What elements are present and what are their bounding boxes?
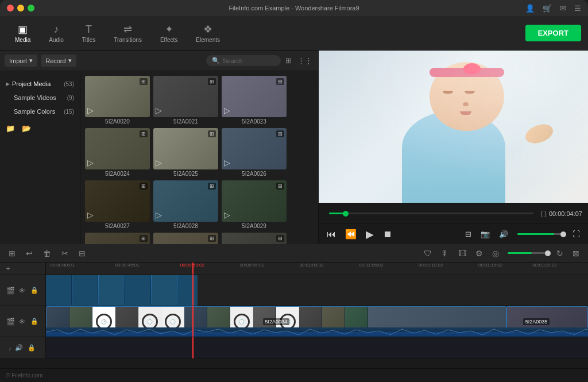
clip-label-5I2A0034: 5I2A0034 <box>263 318 290 325</box>
sidebar-label-sample-colors: Sample Colors <box>6 108 64 115</box>
list-item[interactable]: ▷ ⊞ 5I2A0021 <box>153 76 218 125</box>
list-item[interactable]: ▷ ⊞ 5I2A0024 <box>85 128 150 177</box>
filter-icon[interactable]: ⊞ <box>284 55 293 66</box>
track-lock-audio-icon[interactable]: 🔒 <box>26 343 37 353</box>
preview-video <box>319 51 588 203</box>
list-item[interactable]: ▷ ⊞ <box>85 233 150 244</box>
media-icon: ▣ <box>18 23 28 36</box>
play-pause-button[interactable]: ▶ <box>363 226 376 243</box>
nav-item-effects[interactable]: ✦ Effects <box>152 20 185 47</box>
timeline-ruler: ＋ 00:00:40:01 00:00:45:01 00:00:50:02 00… <box>0 263 588 275</box>
volume-icon[interactable]: 🔊 <box>497 227 510 241</box>
target-icon[interactable]: ◎ <box>489 247 502 260</box>
grid-view-icon[interactable]: ⋮⋮ <box>296 55 314 66</box>
list-item[interactable]: ▷ ⊞ 5I2A0020 <box>85 76 150 125</box>
cart-icon[interactable]: 🛒 <box>543 4 552 13</box>
nav-item-audio[interactable]: ♪ Audio <box>41 20 72 47</box>
tick-6: 00:01:10:02 <box>419 263 443 268</box>
cut-button[interactable]: ✂ <box>59 247 71 260</box>
traffic-lights <box>7 5 34 11</box>
sidebar-item-project-media[interactable]: ▶ Project Media (53) <box>0 77 80 91</box>
nav-label-media: Media <box>15 37 30 43</box>
tick-7: 00:01:15:02 <box>478 263 502 268</box>
list-item[interactable]: ▷ ⊞ 5I2A0027 <box>85 180 150 229</box>
list-item[interactable]: ▷ ⊞ <box>222 233 287 244</box>
track-content-video-2[interactable]: 🕐 🕒 🕓 🕕 <box>46 306 588 337</box>
camera-icon[interactable]: 📷 <box>478 227 492 241</box>
sidebar: ▶ Project Media (53) Sample Videos (9) S… <box>0 71 80 244</box>
menu-icon[interactable]: ☰ <box>574 4 581 13</box>
play-badge-icon: ▷ <box>224 210 230 219</box>
window-title: FileInfo.com Example - Wondershare Filmo… <box>229 5 359 11</box>
track-content-audio[interactable] <box>46 337 588 358</box>
track-row-video-1: 🎬 👁 🔒 <box>0 275 588 306</box>
list-item[interactable]: ▷ ⊞ 5I2A0023 <box>222 76 287 125</box>
list-item[interactable]: ▷ ⊞ 5I2A0025 <box>153 128 218 177</box>
timeline-zoom-slider[interactable] <box>508 252 548 254</box>
refresh-icon[interactable]: ↻ <box>554 247 566 260</box>
record-button[interactable]: Record ▾ <box>41 55 76 67</box>
list-item[interactable]: ▷ ⊞ 5I2A0026 <box>222 128 287 177</box>
nav-item-elements[interactable]: ❖ Elements <box>188 20 228 47</box>
sidebar-item-sample-colors[interactable]: Sample Colors (15) <box>0 105 80 118</box>
undo-button[interactable]: ↩ <box>23 247 36 260</box>
user-icon[interactable]: 👤 <box>525 4 535 13</box>
skip-back-button[interactable]: ⏮ <box>324 227 338 242</box>
tick-5: 00:01:05:02 <box>359 263 383 268</box>
titles-icon: T <box>86 24 92 36</box>
ruler-gutter: ＋ <box>0 263 46 275</box>
track-speaker-icon[interactable]: 🔊 <box>14 343 24 353</box>
mic-icon[interactable]: 🎙 <box>438 247 452 260</box>
search-box[interactable]: 🔍 <box>206 55 281 66</box>
split-button[interactable]: ⊟ <box>76 247 88 260</box>
new-folder-icon[interactable]: 📁 <box>5 123 16 134</box>
effects-icon: ✦ <box>165 23 173 36</box>
track-content-video-1[interactable] <box>46 275 588 306</box>
media-label: 5I2A0027 <box>85 223 150 229</box>
track-lock-icon[interactable]: 🔒 <box>29 285 40 295</box>
close-button[interactable] <box>7 5 14 11</box>
add-track-button[interactable]: ⊞ <box>6 247 18 260</box>
fit-icon[interactable]: ⊠ <box>570 247 582 260</box>
screen-icon[interactable]: ⊟ <box>463 227 474 241</box>
import-button[interactable]: Import ▾ <box>5 55 37 67</box>
volume-slider[interactable] <box>517 233 563 235</box>
fullscreen-icon[interactable]: ⛶ <box>570 227 582 241</box>
preview-controls: { } 00:00:04:07 <box>319 203 588 223</box>
export-button[interactable]: EXPORT <box>525 25 581 41</box>
maximize-button[interactable] <box>28 5 34 11</box>
shield-icon[interactable]: 🛡 <box>421 247 435 260</box>
media-label: 5I2A0025 <box>153 171 218 177</box>
minimize-button[interactable] <box>17 5 24 11</box>
footer: © FileInfo.com <box>0 368 588 382</box>
list-item[interactable]: ▷ ⊞ <box>153 233 218 244</box>
track-row-video-2: 🎬 👁 🔒 🕐 🕒 <box>0 306 588 337</box>
nav-item-media[interactable]: ▣ Media <box>7 20 38 47</box>
settings-icon[interactable]: ⚙ <box>473 247 486 260</box>
film-icon[interactable]: 🎞 <box>455 247 469 260</box>
track-playhead-2 <box>192 306 194 337</box>
mail-icon[interactable]: ✉ <box>560 4 566 13</box>
add-media-icon[interactable]: ＋ <box>3 263 13 275</box>
delete-button[interactable]: 🗑 <box>40 247 54 260</box>
track-eye-icon[interactable]: 👁 <box>18 286 26 295</box>
search-input[interactable] <box>223 57 274 64</box>
open-folder-icon[interactable]: 📂 <box>21 123 32 134</box>
clip-video-1[interactable] <box>46 275 198 306</box>
play-badge-icon: ▷ <box>87 158 94 167</box>
stop-button[interactable]: ⏹ <box>381 227 394 242</box>
play-badge-icon: ▷ <box>87 106 94 115</box>
music-note-icon: ♪ <box>9 345 12 352</box>
list-item[interactable]: ▷ ⊞ 5I2A0029 <box>222 180 287 229</box>
progress-bar[interactable] <box>329 213 533 214</box>
play-badge-icon: ▷ <box>87 210 94 219</box>
sidebar-item-sample-videos[interactable]: Sample Videos (9) <box>0 91 80 105</box>
track-lock-2-icon[interactable]: 🔒 <box>29 317 40 326</box>
nav-item-transitions[interactable]: ⇌ Transitions <box>106 20 150 47</box>
tick-8: 00:01:20:02 <box>532 263 556 268</box>
nav-item-titles[interactable]: T Titles <box>74 20 104 47</box>
track-eye-2-icon[interactable]: 👁 <box>18 317 26 326</box>
record-dropdown-icon: ▾ <box>68 57 72 64</box>
list-item[interactable]: ▷ ⊞ 5I2A0028 <box>153 180 218 229</box>
step-back-button[interactable]: ⏪ <box>343 226 359 242</box>
